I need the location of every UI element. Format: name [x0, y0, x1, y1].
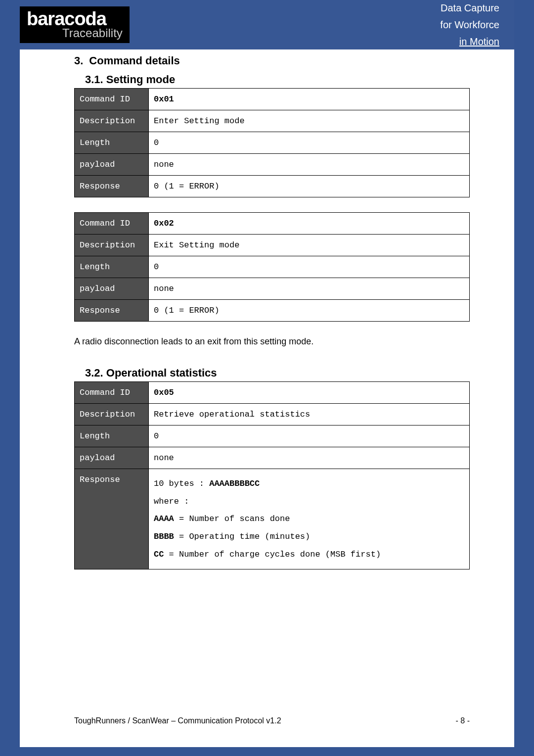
label-command-id: Command ID: [75, 213, 149, 235]
brand-name: baracoda: [27, 9, 123, 28]
subheading-31: 3.1. Setting mode: [85, 73, 470, 86]
brand-sub: Traceability: [62, 27, 123, 39]
resp-bbbb-text: = Operating time (minutes): [174, 532, 310, 541]
response-code: AAAABBBBCC: [209, 479, 260, 488]
command-table-0x02: Command ID 0x02 Description Exit Setting…: [74, 212, 470, 322]
label-description: Description: [75, 235, 149, 256]
table-row: Command ID 0x02: [75, 213, 470, 235]
label-length: Length: [75, 132, 149, 154]
resp-bbbb: BBBB: [154, 532, 174, 541]
table-row: Command ID 0x01: [75, 89, 470, 110]
table-row: Length 0: [75, 256, 470, 278]
subheading-32: 3.2. Operational statistics: [85, 367, 470, 379]
table-row: Description Retrieve operational statist…: [75, 404, 470, 425]
value-length: 0: [149, 425, 470, 447]
tagline-line1: Data Capture: [440, 0, 499, 16]
label-length: Length: [75, 425, 149, 447]
table-row: payload none: [75, 278, 470, 300]
label-payload: payload: [75, 447, 149, 469]
value-response-block: 10 bytes : AAAABBBBCC where : AAAA = Num…: [149, 469, 470, 569]
response-where: where :: [154, 497, 189, 506]
table-row: payload none: [75, 447, 470, 469]
tagline-line2: for Workforce: [440, 16, 499, 33]
value-description: Exit Setting mode: [149, 235, 470, 256]
label-payload: payload: [75, 278, 149, 300]
footer-left: ToughRunners / ScanWear – Communication …: [74, 716, 281, 725]
value-description: Retrieve operational statistics: [149, 404, 470, 425]
table-row: Response 0 (1 = ERROR): [75, 176, 470, 197]
value-command-id: 0x01: [149, 89, 470, 110]
table-row: Length 0: [75, 425, 470, 447]
label-command-id: Command ID: [75, 89, 149, 110]
table-row: Description Enter Setting mode: [75, 110, 470, 132]
section-title: Command details: [89, 54, 179, 67]
note-text: A radio disconnection leads to an exit f…: [74, 336, 470, 347]
table-row: Response 0 (1 = ERROR): [75, 300, 470, 322]
value-command-id: 0x02: [149, 213, 470, 235]
command-table-0x05: Command ID 0x05 Description Retrieve ope…: [74, 381, 470, 569]
table-row: Description Exit Setting mode: [75, 235, 470, 256]
resp-cc-text: = Number of charge cycles done (MSB firs…: [164, 550, 381, 559]
value-length: 0: [149, 132, 470, 154]
resp-aaaa: AAAA: [154, 514, 174, 523]
command-table-0x01: Command ID 0x01 Description Enter Settin…: [74, 88, 470, 197]
table-row: Length 0: [75, 132, 470, 154]
label-payload: payload: [75, 154, 149, 176]
value-payload: none: [149, 278, 470, 300]
label-response: Response: [75, 469, 149, 569]
tagline: Data Capture for Workforce in Motion: [440, 0, 499, 50]
label-response: Response: [75, 176, 149, 197]
label-response: Response: [75, 300, 149, 322]
label-length: Length: [75, 256, 149, 278]
footer: ToughRunners / ScanWear – Communication …: [74, 716, 470, 725]
footer-right: - 8 -: [456, 716, 470, 725]
section-number: 3.: [74, 54, 83, 67]
table-row: payload none: [75, 154, 470, 176]
resp-aaaa-text: = Number of scans done: [174, 514, 290, 523]
brand-logo: baracoda Traceability: [20, 6, 130, 43]
value-response: 0 (1 = ERROR): [149, 176, 470, 197]
page: baracoda Traceability Data Capture for W…: [20, 0, 514, 747]
value-command-id: 0x05: [149, 382, 470, 404]
header-band: baracoda Traceability Data Capture for W…: [20, 0, 514, 49]
table-row: Response 10 bytes : AAAABBBBCC where : A…: [75, 469, 470, 569]
value-length: 0: [149, 256, 470, 278]
tagline-line3: in Motion: [440, 33, 499, 50]
label-description: Description: [75, 404, 149, 425]
value-payload: none: [149, 154, 470, 176]
section-heading: 3.Command details: [74, 54, 470, 67]
label-command-id: Command ID: [75, 382, 149, 404]
response-intro: 10 bytes :: [154, 479, 209, 488]
content: 3.Command details 3.1. Setting mode Comm…: [20, 0, 514, 604]
value-response: 0 (1 = ERROR): [149, 300, 470, 322]
value-payload: none: [149, 447, 470, 469]
value-description: Enter Setting mode: [149, 110, 470, 132]
table-row: Command ID 0x05: [75, 382, 470, 404]
label-description: Description: [75, 110, 149, 132]
resp-cc: CC: [154, 550, 164, 559]
